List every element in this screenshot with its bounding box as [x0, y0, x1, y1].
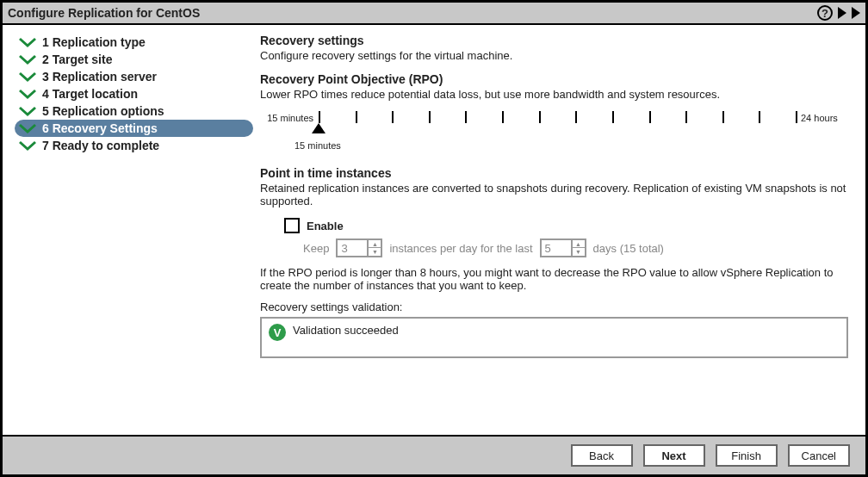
wizard-step-3[interactable]: 3 Replication server [15, 68, 253, 85]
pit-note: If the RPO period is longer than 8 hours… [260, 266, 848, 292]
slider-tick [465, 111, 467, 123]
wizard-window: Configure Replication for CentOS ? 1 Rep… [0, 0, 868, 477]
validation-label: Recovery settings validation: [260, 300, 848, 313]
rpo-max-label: 24 hours [801, 111, 848, 123]
wizard-step-label: 4 Target location [42, 87, 138, 101]
wizard-step-7[interactable]: 7 Ready to complete [15, 137, 253, 154]
pit-keep-row: Keep ▲▼ instances per day for the last ▲… [303, 238, 848, 257]
finish-button[interactable]: Finish [716, 444, 778, 467]
stepper-down-icon[interactable]: ▼ [369, 248, 381, 256]
rpo-slider[interactable] [319, 111, 796, 140]
rpo-slider-thumb[interactable] [312, 123, 326, 133]
slider-tick [319, 111, 320, 123]
rpo-value-label: 15 minutes [294, 140, 848, 151]
recovery-settings-desc: Configure recovery settings for the virt… [260, 49, 848, 62]
step-complete-chevron-icon [18, 122, 37, 134]
pit-days-stepper[interactable]: ▲▼ [540, 238, 586, 257]
next-button[interactable]: Next [643, 444, 705, 467]
wizard-step-4[interactable]: 4 Target location [15, 85, 253, 102]
pit-heading: Point in time instances [260, 166, 848, 180]
slider-tick [575, 111, 577, 123]
cancel-button[interactable]: Cancel [788, 444, 850, 467]
main-area: 1 Replication type2 Target site3 Replica… [3, 25, 865, 435]
slider-tick [649, 111, 651, 123]
wizard-step-label: 6 Recovery Settings [42, 121, 158, 135]
wizard-step-label: 5 Replication options [42, 104, 164, 118]
step-complete-chevron-icon [18, 36, 37, 48]
pit-desc: Retained replication instances are conve… [260, 182, 848, 208]
wizard-step-label: 7 Ready to complete [42, 139, 159, 152]
stepper-up-icon[interactable]: ▲ [369, 240, 381, 248]
wizard-step-5[interactable]: 5 Replication options [15, 102, 253, 120]
wizard-step-6[interactable]: 6 Recovery Settings [15, 120, 253, 137]
pit-enable-checkbox[interactable] [284, 218, 300, 233]
pit-mid-text: instances per day for the last [389, 242, 532, 255]
wizard-step-label: 3 Replication server [42, 70, 157, 84]
slider-tick [539, 111, 541, 123]
step-complete-chevron-icon [18, 88, 37, 100]
play-icon[interactable] [838, 7, 846, 19]
pit-instances-input[interactable] [338, 240, 367, 256]
validation-status-text: Validation succeeded [293, 324, 399, 337]
validation-box: V Validation succeeded [260, 317, 848, 358]
rpo-min-label: 15 minutes [260, 111, 313, 123]
wizard-step-1[interactable]: 1 Replication type [15, 34, 253, 51]
stepper-down-icon[interactable]: ▼ [573, 248, 585, 256]
wizard-step-label: 1 Replication type [42, 35, 146, 49]
wizard-steps-sidebar: 1 Replication type2 Target site3 Replica… [3, 25, 257, 435]
back-button[interactable]: Back [571, 444, 633, 467]
pit-days-input[interactable] [542, 240, 571, 256]
recovery-settings-heading: Recovery settings [260, 34, 848, 47]
stepper-up-icon[interactable]: ▲ [573, 240, 585, 248]
slider-tick [796, 111, 797, 123]
rpo-heading: Recovery Point Objective (RPO) [260, 72, 848, 86]
pit-enable-label: Enable [307, 220, 344, 232]
rpo-slider-group: 15 minutes 24 hours 15 minutes [260, 111, 848, 151]
slider-tick [392, 111, 394, 123]
step-complete-chevron-icon [18, 105, 37, 117]
step-complete-chevron-icon [18, 53, 37, 65]
step-complete-chevron-icon [18, 139, 37, 152]
wizard-footer: Back Next Finish Cancel [3, 435, 865, 474]
pit-enable-row: Enable [284, 218, 848, 233]
content-panel: Recovery settings Configure recovery set… [257, 25, 865, 435]
pit-suffix-text: days (15 total) [593, 242, 664, 255]
slider-tick [759, 111, 760, 123]
validation-ok-icon: V [269, 324, 286, 341]
wizard-step-label: 2 Target site [42, 53, 112, 66]
help-icon[interactable]: ? [817, 5, 833, 21]
slider-tick [356, 111, 357, 123]
wizard-step-2[interactable]: 2 Target site [15, 51, 253, 68]
pit-instances-stepper[interactable]: ▲▼ [336, 238, 382, 257]
slider-tick [685, 111, 687, 123]
slider-tick [429, 111, 431, 123]
pit-keep-label: Keep [303, 242, 329, 255]
slider-tick [612, 111, 614, 123]
window-title: Configure Replication for CentOS [8, 6, 200, 20]
slider-tick [722, 111, 724, 123]
step-complete-chevron-icon [18, 71, 37, 83]
rpo-desc: Lower RPO times reduce potential data lo… [260, 88, 848, 101]
slider-tick [502, 111, 504, 123]
play-icon-2[interactable] [852, 7, 860, 19]
pit-section: Point in time instances Retained replica… [260, 166, 848, 358]
titlebar-controls: ? [817, 5, 860, 21]
title-bar: Configure Replication for CentOS ? [3, 3, 865, 25]
